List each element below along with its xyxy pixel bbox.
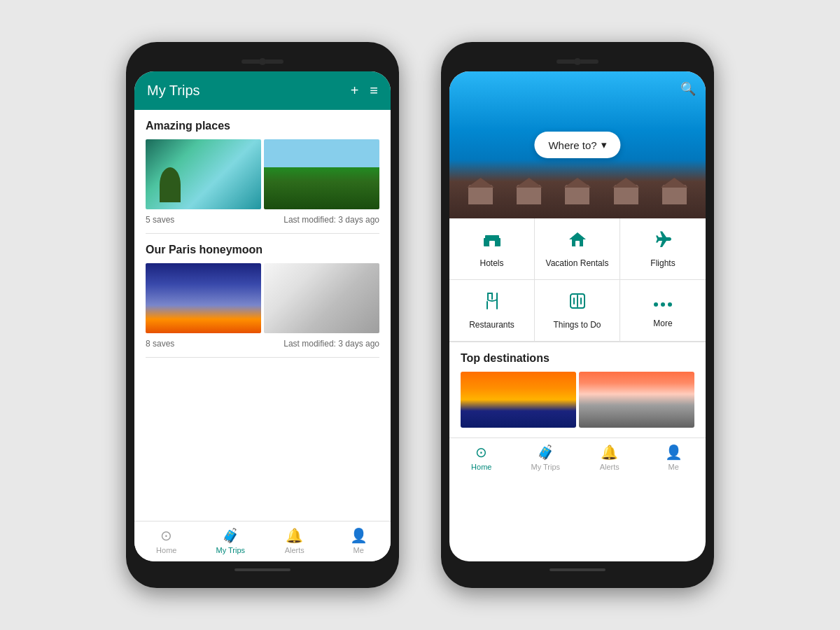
left-phone-screen: My Trips + ≡ Amazing places 5 saves Last… xyxy=(134,71,391,561)
trip-image-resort xyxy=(264,139,379,209)
add-trip-button[interactable]: + xyxy=(351,83,359,99)
nav-mytrips-label-left: My Trips xyxy=(216,546,245,554)
vacation-rentals-icon xyxy=(568,230,587,254)
restaurants-icon xyxy=(482,291,502,316)
right-bottom-nav: ⊙ Home 🧳 My Trips 🔔 Alerts 👤 Me xyxy=(449,438,706,478)
bungalows-decoration xyxy=(449,185,706,204)
hero-image: Where to? ▾ 🔍 xyxy=(449,71,706,218)
chevron-down-icon: ▾ xyxy=(601,139,607,151)
hotels-label: Hotels xyxy=(479,258,503,268)
bungalow-2 xyxy=(517,185,541,204)
home-icon: ⊙ xyxy=(160,527,172,544)
right-phone-screen: Where to? ▾ 🔍 Hotels xyxy=(449,71,706,561)
my-trips-icon: 🧳 xyxy=(222,527,239,544)
svg-point-18 xyxy=(668,302,672,307)
menu-button[interactable]: ≡ xyxy=(370,83,378,99)
svg-rect-8 xyxy=(487,293,493,294)
trip-title-paris: Our Paris honeymoon xyxy=(146,244,379,256)
category-grid: Hotels Vacation Rentals xyxy=(449,218,706,342)
category-vacation-rentals[interactable]: Vacation Rentals xyxy=(535,218,620,280)
nav-alerts-left[interactable]: 🔔 Alerts xyxy=(274,527,316,554)
category-more[interactable]: More xyxy=(620,280,706,342)
more-label: More xyxy=(653,318,672,328)
trip-images-amazing xyxy=(146,139,379,209)
search-icon-top[interactable]: 🔍 xyxy=(680,81,696,97)
trip-item-amazing-places[interactable]: Amazing places 5 saves Last modified: 3 … xyxy=(134,110,391,233)
my-trips-icon-right: 🧳 xyxy=(537,444,554,461)
top-destinations-title: Top destinations xyxy=(461,352,694,365)
trip-modified-amazing: Last modified: 3 days ago xyxy=(284,215,379,225)
svg-rect-10 xyxy=(496,293,498,309)
nav-alerts-label-left: Alerts xyxy=(285,546,304,554)
home-button-right xyxy=(550,568,606,571)
nav-home-left[interactable]: ⊙ Home xyxy=(146,527,188,554)
destination-image-sunset[interactable] xyxy=(461,372,576,428)
flights-label: Flights xyxy=(650,258,675,268)
nav-my-trips-right[interactable]: 🧳 My Trips xyxy=(524,444,566,471)
phone-camera-right xyxy=(574,58,581,65)
nav-me-left[interactable]: 👤 Me xyxy=(337,527,379,554)
nav-home-label-right: Home xyxy=(471,463,491,471)
search-overlay: Where to? ▾ xyxy=(534,132,620,158)
me-icon-right: 👤 xyxy=(665,444,682,461)
nav-my-trips-left[interactable]: 🧳 My Trips xyxy=(209,527,251,554)
phone-top-bar xyxy=(134,52,391,71)
phone-bottom-bar-left xyxy=(134,561,391,578)
nav-mytrips-label-right: My Trips xyxy=(531,463,560,471)
phone-camera xyxy=(259,58,266,65)
more-icon xyxy=(653,293,673,314)
svg-rect-9 xyxy=(491,294,493,300)
trip-modified-paris: Last modified: 3 days ago xyxy=(284,339,379,349)
home-icon-right: ⊙ xyxy=(475,444,487,461)
my-trips-header: My Trips + ≡ xyxy=(134,71,391,110)
trip-meta-paris: 8 saves Last modified: 3 days ago xyxy=(146,333,379,357)
where-to-button[interactable]: Where to? ▾ xyxy=(534,132,620,158)
nav-me-label-right: Me xyxy=(668,463,679,471)
nav-alerts-label-right: Alerts xyxy=(600,463,620,471)
category-things-to-do[interactable]: Things to Do xyxy=(535,280,620,342)
trip-item-paris[interactable]: Our Paris honeymoon 8 saves Last modifie… xyxy=(134,234,391,357)
svg-rect-5 xyxy=(575,241,580,246)
trip-saves-amazing: 5 saves xyxy=(146,215,174,225)
trip-meta-amazing: 5 saves Last modified: 3 days ago xyxy=(146,209,379,233)
home-button-left xyxy=(234,568,290,571)
nav-home-right[interactable]: ⊙ Home xyxy=(461,444,503,471)
me-icon-left: 👤 xyxy=(350,527,368,544)
things-to-do-icon xyxy=(568,291,587,316)
trip-image-eiffel xyxy=(146,263,261,333)
category-hotels[interactable]: Hotels xyxy=(449,218,535,280)
trip-images-paris xyxy=(146,263,379,333)
right-phone: Where to? ▾ 🔍 Hotels xyxy=(441,42,714,588)
trip-saves-paris: 8 saves xyxy=(146,339,174,349)
phone-top-bar-right xyxy=(449,52,706,71)
svg-point-16 xyxy=(654,302,658,307)
category-flights[interactable]: Flights xyxy=(620,218,706,280)
nav-home-label-left: Home xyxy=(156,546,176,554)
where-to-text: Where to? xyxy=(548,139,596,151)
top-destinations-section: Top destinations xyxy=(449,342,706,438)
category-restaurants[interactable]: Restaurants xyxy=(449,280,535,342)
hotels-icon xyxy=(482,230,502,254)
left-bottom-nav: ⊙ Home 🧳 My Trips 🔔 Alerts 👤 Me xyxy=(134,521,391,561)
svg-rect-3 xyxy=(498,238,500,246)
trip-image-bora-bora xyxy=(146,139,261,209)
bungalow-3 xyxy=(565,185,589,204)
flights-icon xyxy=(653,230,673,254)
left-phone: My Trips + ≡ Amazing places 5 saves Last… xyxy=(126,42,399,588)
vacation-rentals-label: Vacation Rentals xyxy=(546,258,609,268)
bungalow-5 xyxy=(662,185,687,204)
restaurants-label: Restaurants xyxy=(469,320,514,330)
trip-image-hotel xyxy=(264,263,379,333)
nav-alerts-right[interactable]: 🔔 Alerts xyxy=(589,444,631,471)
trips-list: Amazing places 5 saves Last modified: 3 … xyxy=(134,110,391,521)
svg-point-17 xyxy=(661,302,665,307)
header-icons: + ≡ xyxy=(351,83,378,99)
nav-me-right[interactable]: 👤 Me xyxy=(652,444,694,471)
nav-me-label-left: Me xyxy=(354,546,364,554)
divider-2 xyxy=(146,357,379,358)
destination-images xyxy=(461,372,694,428)
things-to-do-label: Things to Do xyxy=(553,320,601,330)
alerts-icon-right: 🔔 xyxy=(601,444,618,461)
bungalow-1 xyxy=(468,185,493,204)
destination-image-city[interactable] xyxy=(579,372,694,428)
